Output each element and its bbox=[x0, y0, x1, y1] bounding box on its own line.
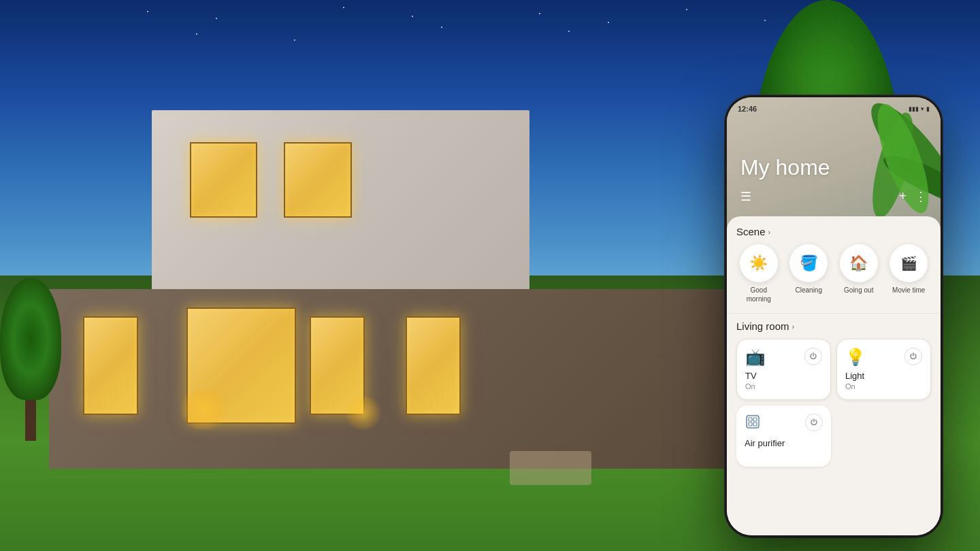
tree-left bbox=[0, 278, 61, 441]
phone-mockup: My home ☰ + ⋮ 12:46 ▮▮▮ ▾ ▮ Scene bbox=[725, 95, 943, 537]
room-section-header[interactable]: Living room › bbox=[736, 320, 931, 332]
device-card-air-purifier[interactable]: Air purifier bbox=[736, 405, 831, 467]
device-card-tv[interactable]: 📺 TV On bbox=[736, 339, 831, 400]
section-divider bbox=[727, 313, 941, 314]
tv-device-status: On bbox=[745, 382, 822, 390]
status-time: 12:46 bbox=[738, 105, 757, 113]
scene-chevron-icon: › bbox=[768, 228, 771, 236]
scene-buttons-row: ☀️ Goodmorning 🪣 Cleaning 🏠 Going out bbox=[736, 244, 931, 303]
svg-rect-8 bbox=[749, 422, 752, 426]
scene-good-morning-button[interactable]: ☀️ Goodmorning bbox=[736, 244, 781, 303]
add-icon[interactable]: + bbox=[899, 189, 906, 204]
house-window bbox=[284, 142, 352, 218]
air-purifier-device-name: Air purifier bbox=[745, 438, 823, 448]
star bbox=[568, 31, 570, 32]
app-content: Scene › ☀️ Goodmorning 🪣 Cleaning bbox=[727, 216, 941, 535]
app-title: My home bbox=[740, 155, 830, 180]
room-label: Living room bbox=[736, 320, 789, 332]
star bbox=[412, 16, 413, 17]
cleaning-icon: 🪣 bbox=[800, 254, 818, 272]
scene-movie-time-icon-circle: 🎬 bbox=[889, 244, 928, 282]
status-icons: ▮▮▮ ▾ ▮ bbox=[909, 105, 930, 112]
air-purifier-power-button[interactable] bbox=[805, 414, 823, 431]
power-icon bbox=[810, 418, 818, 427]
signal-icon: ▮▮▮ bbox=[909, 105, 919, 112]
star bbox=[147, 11, 148, 12]
star bbox=[343, 7, 344, 8]
scene-good-morning-icon-circle: ☀️ bbox=[740, 244, 778, 282]
scene-movie-time-label: Movie time bbox=[892, 286, 925, 295]
svg-rect-6 bbox=[749, 418, 752, 421]
house-window bbox=[190, 142, 258, 218]
star bbox=[539, 13, 540, 14]
svg-rect-7 bbox=[753, 418, 757, 421]
light-device-status: On bbox=[845, 382, 922, 390]
star bbox=[196, 33, 197, 35]
star bbox=[216, 18, 217, 19]
wifi-icon: ▾ bbox=[921, 105, 924, 112]
house-window bbox=[406, 316, 461, 415]
svg-rect-9 bbox=[753, 422, 757, 426]
power-icon bbox=[809, 352, 817, 361]
menu-icon[interactable]: ☰ bbox=[740, 189, 751, 204]
scene-label: Scene bbox=[736, 226, 766, 237]
svg-rect-5 bbox=[747, 416, 759, 428]
outdoor-light-glow bbox=[343, 396, 384, 430]
scene-going-out-icon-circle: 🏠 bbox=[840, 244, 878, 282]
tv-power-button[interactable] bbox=[804, 348, 822, 365]
scene-cleaning-button[interactable]: 🪣 Cleaning bbox=[787, 244, 832, 303]
more-icon[interactable]: ⋮ bbox=[915, 189, 927, 204]
status-bar: 12:46 ▮▮▮ ▾ ▮ bbox=[727, 97, 941, 116]
patio-area bbox=[510, 451, 591, 485]
air-purifier-svg bbox=[745, 414, 761, 430]
movie-icon: 🎬 bbox=[900, 255, 917, 271]
scene-movie-time-button[interactable]: 🎬 Movie time bbox=[887, 244, 932, 303]
tv-device-name: TV bbox=[745, 371, 822, 381]
star bbox=[294, 39, 295, 41]
house-window bbox=[83, 316, 138, 415]
scene-cleaning-icon-circle: 🪣 bbox=[789, 244, 828, 282]
star bbox=[686, 9, 687, 10]
device-card-light[interactable]: 💡 Light On bbox=[836, 339, 931, 400]
tree-trunk bbox=[25, 400, 36, 441]
battery-icon: ▮ bbox=[926, 105, 930, 112]
home-icon: 🏠 bbox=[849, 254, 868, 272]
sun-icon: ☀️ bbox=[749, 254, 768, 272]
light-device-name: Light bbox=[845, 371, 922, 381]
star bbox=[441, 27, 442, 28]
house bbox=[49, 110, 735, 469]
scene-cleaning-label: Cleaning bbox=[796, 286, 822, 295]
light-power-button[interactable] bbox=[904, 348, 922, 365]
scene-section-header[interactable]: Scene › bbox=[736, 226, 931, 237]
scene-going-out-button[interactable]: 🏠 Going out bbox=[836, 244, 881, 303]
scene-going-out-label: Going out bbox=[844, 286, 873, 295]
app-toolbar: ☰ + ⋮ bbox=[727, 189, 941, 204]
outdoor-light-glow bbox=[176, 389, 231, 430]
room-chevron-icon: › bbox=[792, 322, 795, 331]
toolbar-right-icons: + ⋮ bbox=[899, 189, 927, 204]
house-lower-block bbox=[49, 289, 735, 468]
device-grid: 📺 TV On 💡 Light On bbox=[736, 339, 931, 467]
star bbox=[608, 22, 609, 23]
tree-foliage bbox=[0, 278, 61, 400]
scene-good-morning-label: Goodmorning bbox=[747, 286, 771, 303]
phone-screen: My home ☰ + ⋮ 12:46 ▮▮▮ ▾ ▮ Scene bbox=[727, 97, 941, 535]
power-icon bbox=[909, 352, 917, 361]
